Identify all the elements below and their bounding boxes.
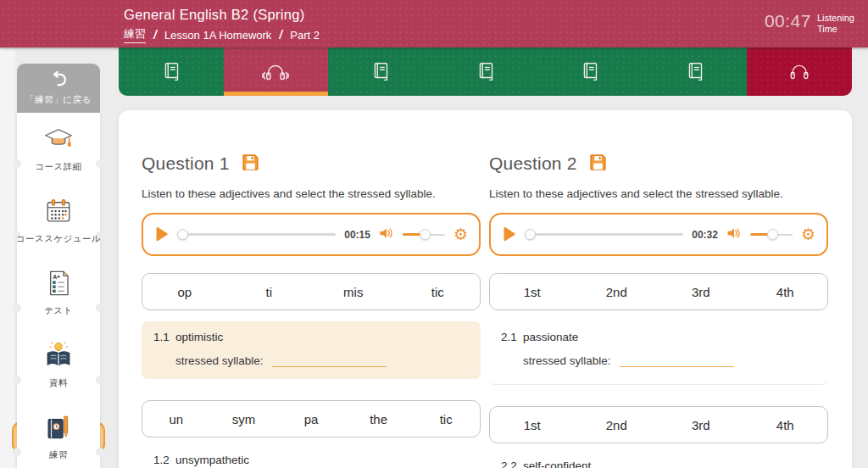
headphones-icon: [786, 59, 813, 84]
syllable-options-row: 1st2nd3rd4th: [489, 406, 828, 443]
sidebar-item-label: コーススケジュール: [16, 233, 102, 245]
header: General English B2 (Spring) 練習 / Lesson …: [0, 0, 868, 47]
speaker-icon[interactable]: [379, 226, 394, 243]
sidebar-item-course-details[interactable]: コース詳細: [17, 113, 100, 185]
page-title: General English B2 (Spring): [124, 7, 868, 23]
tab-2-headphones-active[interactable]: [224, 47, 329, 96]
back-to-practice-button[interactable]: 「練習」に戻る: [17, 64, 100, 113]
syllable-option[interactable]: the: [345, 412, 413, 426]
sidebar-item-label: コース詳細: [35, 161, 82, 173]
gear-icon[interactable]: ⚙: [801, 226, 815, 242]
audio-duration: 00:32: [692, 229, 718, 241]
book-icon: [682, 59, 708, 85]
syllable-option[interactable]: pa: [277, 412, 345, 426]
play-button[interactable]: [502, 226, 516, 242]
question-1-column: Question 1 Listen to these adjectives an…: [142, 151, 481, 468]
tab-7-headphones[interactable]: [747, 47, 852, 96]
left-edge-strip: [0, 49, 15, 468]
syllable-options-row: 1st2nd3rd4th: [489, 273, 828, 310]
syllable-option[interactable]: 3rd: [659, 285, 743, 299]
book-icon: [159, 59, 184, 85]
syllable-option[interactable]: sym: [210, 412, 278, 426]
breadcrumb-lesson: Lesson 1A Homework: [164, 29, 271, 42]
question-instruction: Listen to these adjectives and select th…: [489, 187, 828, 200]
speaker-icon[interactable]: [726, 226, 742, 243]
syllable-option[interactable]: tic: [412, 412, 480, 426]
return-arrow-icon: [48, 71, 69, 92]
answer-label: stressed syllable:: [523, 354, 611, 367]
calendar-icon: [43, 197, 74, 229]
item-word: optimistic: [175, 331, 223, 343]
item-number: 1.2: [153, 454, 175, 466]
syllable-option[interactable]: un: [142, 412, 210, 426]
item-number: 2.2: [501, 460, 523, 468]
syllable-option[interactable]: 2nd: [575, 285, 659, 299]
syllable-option[interactable]: op: [142, 285, 227, 299]
item-word: unsympathetic: [175, 454, 249, 466]
volume-handle[interactable]: [420, 229, 431, 240]
item-number: 1.1: [153, 331, 175, 343]
answer-label: stressed syllable:: [175, 354, 264, 367]
save-icon[interactable]: [587, 152, 609, 176]
volume-slider[interactable]: [750, 229, 793, 241]
syllable-option[interactable]: tic: [396, 285, 481, 299]
save-icon[interactable]: [240, 152, 261, 176]
syllable-option[interactable]: 3rd: [659, 418, 743, 432]
stressed-syllable-input[interactable]: [272, 354, 387, 367]
breadcrumb: 練習 / Lesson 1A Homework / Part 2: [124, 26, 868, 43]
tab-5-book[interactable]: [537, 47, 643, 96]
volume-handle[interactable]: [767, 229, 778, 240]
progress-track: [177, 233, 336, 236]
syllable-option[interactable]: 4th: [743, 418, 828, 432]
progress-track: [525, 233, 683, 236]
timer-value: 00:47: [765, 11, 811, 31]
answer-block: 1.1 optimistic stressed syllable:: [142, 321, 481, 379]
sidebar-item-practice[interactable]: 練習: [17, 401, 100, 468]
tab-1-book[interactable]: [119, 47, 224, 96]
question-instruction: Listen to these adjectives and select th…: [142, 187, 481, 200]
materials-book-icon: [43, 341, 74, 373]
back-button-label: 「練習」に戻る: [25, 94, 92, 106]
book-icon: [577, 59, 603, 85]
syllable-option[interactable]: 1st: [490, 285, 575, 299]
practice-book-icon: [44, 413, 73, 445]
progress-handle[interactable]: [177, 229, 188, 240]
sidebar-item-label: 資料: [49, 377, 68, 389]
listening-timer: 00:47 Listening Time: [765, 11, 854, 35]
syllable-option[interactable]: ti: [227, 285, 312, 299]
svg-text:A+: A+: [53, 274, 60, 280]
book-icon: [368, 59, 393, 85]
progress-bar[interactable]: [177, 229, 336, 241]
exercise-tabbar: [119, 47, 852, 96]
syllable-option[interactable]: 4th: [743, 285, 828, 299]
syllable-option[interactable]: 2nd: [575, 418, 659, 432]
syllable-option[interactable]: mis: [311, 285, 396, 299]
tab-6-book[interactable]: [643, 47, 748, 96]
stressed-syllable-input[interactable]: [620, 354, 734, 367]
question-title: Question 2: [489, 153, 577, 174]
progress-handle[interactable]: [525, 229, 536, 240]
syllable-options-row: unsympathetic: [142, 400, 481, 437]
syllable-option[interactable]: 1st: [490, 418, 575, 432]
item-word: self-confident: [523, 460, 591, 468]
item-word: passionate: [523, 331, 578, 343]
gear-icon[interactable]: ⚙: [453, 226, 468, 242]
tab-3-book[interactable]: [328, 47, 433, 96]
sidebar-item-label: テスト: [44, 305, 73, 317]
test-sheet-icon: A+: [44, 269, 73, 301]
sidebar-item-materials[interactable]: 資料: [17, 329, 100, 401]
breadcrumb-part: Part 2: [290, 29, 320, 42]
volume-slider[interactable]: [403, 229, 445, 241]
play-button[interactable]: [154, 226, 169, 242]
breadcrumb-separator: /: [279, 28, 282, 42]
question-2-column: Question 2 Listen to these adjectives an…: [489, 151, 828, 468]
audio-player: 00:15 ⚙: [142, 213, 481, 256]
progress-bar[interactable]: [525, 229, 683, 241]
tab-4-book[interactable]: [433, 47, 538, 96]
headphones-icon: [261, 59, 290, 85]
sidebar-item-course-schedule[interactable]: コーススケジュール: [17, 185, 100, 257]
timer-label: Listening Time: [817, 11, 854, 35]
book-icon: [473, 59, 498, 85]
breadcrumb-link-practice[interactable]: 練習: [124, 26, 146, 43]
sidebar-item-tests[interactable]: A+ テスト: [17, 257, 100, 329]
